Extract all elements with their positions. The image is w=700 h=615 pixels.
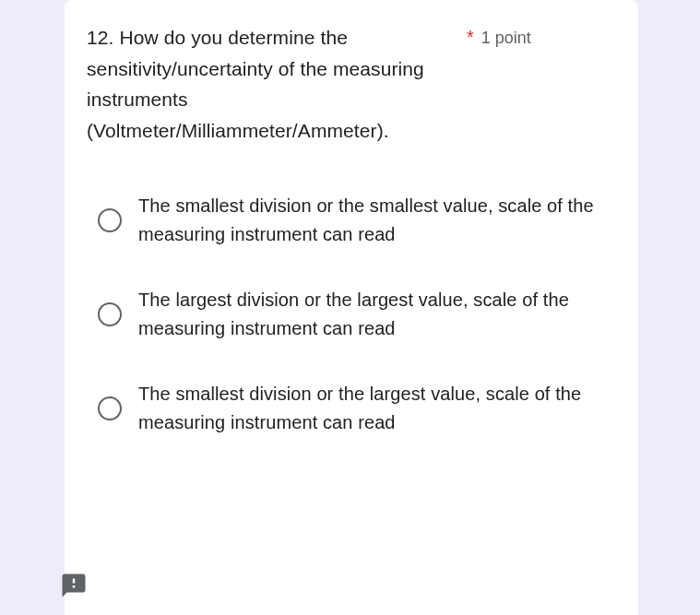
radio-circle-icon[interactable] [98, 302, 122, 326]
option-row[interactable]: The smallest division or the largest val… [98, 380, 616, 437]
required-asterisk: * [467, 22, 474, 52]
question-header: 12. How do you determine the sensitivity… [87, 22, 616, 146]
feedback-button[interactable] [57, 571, 90, 600]
option-label: The smallest division or the largest val… [138, 380, 616, 437]
option-row[interactable]: The largest division or the largest valu… [98, 286, 616, 343]
options-container: The smallest division or the smallest va… [87, 173, 616, 437]
radio-circle-icon[interactable] [98, 208, 122, 232]
points-label: 1 point [481, 22, 531, 53]
radio-circle-icon[interactable] [98, 396, 122, 420]
option-label: The largest division or the largest valu… [138, 286, 616, 343]
option-row[interactable]: The smallest division or the smallest va… [98, 192, 616, 249]
form-card: 12. How do you determine the sensitivity… [65, 0, 638, 615]
option-label: The smallest division or the smallest va… [138, 192, 616, 249]
feedback-icon [59, 572, 89, 599]
question-text: 12. How do you determine the sensitivity… [87, 22, 446, 146]
